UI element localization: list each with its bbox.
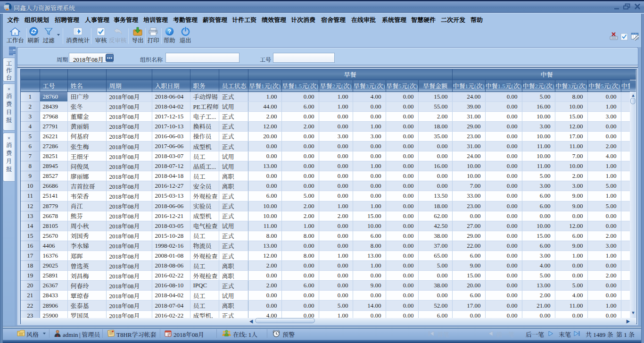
svg-text:?: ? bbox=[167, 28, 171, 35]
